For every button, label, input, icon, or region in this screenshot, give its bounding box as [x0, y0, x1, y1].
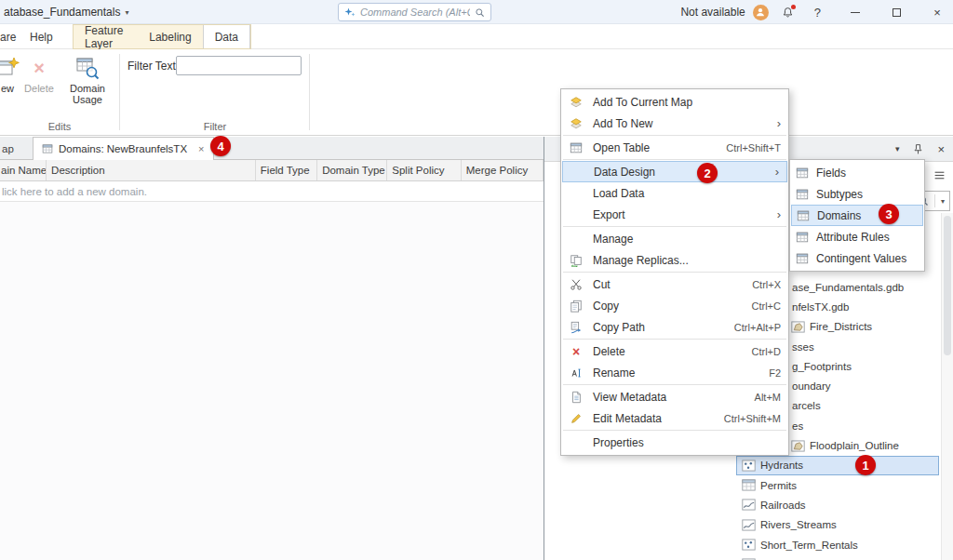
tab-domains-view[interactable]: Domains: NewBraunfelsTX ×	[33, 137, 214, 160]
tree-item-feature-class[interactable]: Railroads	[544, 495, 953, 514]
column-header-split-policy[interactable]: Split Policy	[387, 160, 461, 180]
menu-item-edit-metadata[interactable]: Edit Metadata Ctrl+Shift+M	[561, 407, 788, 429]
tree-item-table[interactable]: Permits	[544, 475, 953, 495]
domain-usage-button[interactable]: Domain Usage	[61, 53, 114, 118]
ribbon-tab-labeling[interactable]: Labeling	[138, 25, 202, 48]
menu-item-add-to-new[interactable]: Add To New ›	[561, 113, 788, 134]
menu-item-properties[interactable]: Properties	[561, 432, 788, 453]
menu-item-delete[interactable]: × Delete Ctrl+D	[561, 340, 788, 362]
submenu-item-contingent-values[interactable]: Contingent Values	[790, 247, 924, 269]
tree-item-feature-class[interactable]: Rivers_Streams	[544, 515, 953, 535]
submenu-item-subtypes[interactable]: Subtypes	[790, 183, 924, 205]
ribbon-tab-data[interactable]: Data	[203, 25, 250, 48]
data-design-submenu: Fields Subtypes Domains Attribute Rules …	[789, 159, 925, 272]
annotation-step-4: 4	[210, 136, 231, 156]
arcgis-pro-window: atabase_Fundamentals ▾ Command Search (A…	[0, 0, 953, 560]
minimize-button[interactable]	[849, 6, 862, 19]
column-header-description[interactable]: Description	[47, 160, 256, 180]
titlebar: atabase_Fundamentals ▾ Command Search (A…	[0, 0, 953, 24]
menu-item-load-data[interactable]: Load Data	[561, 182, 788, 204]
copy-icon	[567, 300, 585, 313]
column-header-merge-policy[interactable]: Merge Policy	[462, 160, 544, 180]
add-new-domain-row[interactable]: lick here to add a new domain.	[0, 181, 544, 202]
menu-separator	[563, 384, 786, 385]
menu-separator	[563, 159, 786, 160]
pane-menu-chevron-icon[interactable]: ▾	[895, 144, 900, 153]
rename-icon	[567, 367, 585, 380]
domains-table-icon	[42, 143, 53, 154]
menu-item-copy-path[interactable]: Copy Path Ctrl+Alt+P	[561, 316, 788, 338]
polygon-feature-class-icon	[791, 440, 805, 452]
column-header-field-type[interactable]: Field Type	[256, 160, 317, 180]
add-to-map-icon	[567, 117, 585, 130]
command-search-input[interactable]: Command Search (Alt+Q)	[338, 3, 491, 21]
maximize-button[interactable]	[890, 6, 903, 19]
ribbon-group-edits: Edits	[0, 121, 119, 132]
menu-item-open-table[interactable]: Open Table Ctrl+Shift+T	[561, 137, 788, 158]
signin-status[interactable]: Not available	[680, 6, 745, 19]
menu-item-manage-replicas[interactable]: Manage Replicas...	[561, 249, 788, 271]
submenu-item-domains[interactable]: Domains	[791, 205, 923, 226]
notifications-button[interactable]	[782, 7, 794, 19]
menu-item-cut[interactable]: Cut Ctrl+X	[561, 273, 788, 295]
ribbon-body: ew × Delete Domain Usage Filter Text: Ed…	[0, 49, 953, 136]
search-icon	[475, 7, 485, 18]
ribbon-group-filter: Filter	[121, 121, 309, 132]
command-search-placeholder: Command Search (Alt+Q)	[360, 7, 470, 18]
menu-item-manage[interactable]: Manage	[561, 228, 788, 249]
tab-map[interactable]: ap	[2, 137, 14, 160]
domains-table-view: ain Name Description Field Type Domain T…	[0, 160, 544, 560]
domain-usage-label: Domain Usage	[61, 83, 114, 105]
ribbon-tab-feature-layer[interactable]: Feature Layer	[74, 25, 138, 48]
menu-separator	[563, 135, 786, 136]
line-feature-class-icon	[742, 499, 756, 511]
submenu-arrow-icon: ›	[777, 209, 781, 220]
tree-item-feature-class[interactable]: Short_Term_Rentals	[544, 535, 953, 554]
column-header-domain-name[interactable]: ain Name	[0, 160, 47, 180]
menu-item-export[interactable]: Export ›	[561, 204, 788, 225]
menu-separator	[563, 339, 786, 340]
copy-path-icon	[567, 321, 585, 334]
tree-item-feature-class[interactable]	[544, 554, 953, 560]
menu-separator	[563, 430, 786, 431]
scrollbar-thumb[interactable]	[944, 216, 951, 355]
help-button[interactable]: ?	[814, 6, 821, 20]
ribbon-tab-share[interactable]: are	[0, 24, 16, 49]
column-header-domain-type[interactable]: Domain Type	[317, 160, 387, 180]
vertical-scrollbar[interactable]	[941, 213, 953, 560]
tree-item-hydrants-selected[interactable]: Hydrants	[544, 456, 953, 475]
chevron-down-icon: ▾	[125, 8, 128, 17]
annotation-step-3: 3	[879, 204, 899, 224]
menu-separator	[563, 226, 786, 227]
catalog-options-menu-icon[interactable]	[933, 169, 946, 181]
domain-usage-icon	[75, 53, 100, 83]
notification-dot	[791, 5, 796, 9]
tab-domains-label: Domains: NewBraunfelsTX	[59, 143, 187, 154]
menu-item-rename[interactable]: Rename F2	[561, 362, 788, 383]
search-scope-chevron-icon[interactable]: ▾	[941, 197, 945, 206]
pane-close-icon[interactable]: ×	[937, 142, 945, 156]
delete-button-ribbon[interactable]: × Delete	[19, 53, 60, 118]
tab-close-icon[interactable]: ×	[198, 143, 204, 154]
filter-text-label: Filter Text:	[128, 60, 179, 73]
fields-table-icon	[796, 167, 809, 180]
ribbon-tab-help[interactable]: Help	[24, 24, 59, 49]
submenu-arrow-icon: ›	[777, 118, 781, 129]
avatar[interactable]	[753, 5, 769, 20]
menu-item-add-to-current-map[interactable]: Add To Current Map	[561, 91, 788, 113]
close-button[interactable]: ×	[931, 6, 944, 19]
menu-item-data-design[interactable]: Data Design ›	[562, 161, 787, 182]
project-menu[interactable]: atabase_Fundamentals ▾	[4, 0, 128, 24]
delete-icon: ×	[567, 345, 585, 358]
submenu-item-fields[interactable]: Fields	[790, 162, 924, 183]
submenu-arrow-icon: ›	[775, 167, 779, 178]
menu-item-copy[interactable]: Copy Ctrl+C	[561, 295, 788, 316]
pane-pin-icon[interactable]	[912, 143, 924, 155]
new-domain-icon	[0, 53, 20, 83]
project-name: atabase_Fundamentals	[4, 6, 120, 19]
maximize-icon	[893, 8, 901, 17]
menu-separator	[563, 272, 786, 273]
menu-item-view-metadata[interactable]: View Metadata Alt+M	[561, 386, 788, 407]
filter-text-input[interactable]	[176, 56, 302, 75]
submenu-item-attribute-rules[interactable]: Attribute Rules	[790, 226, 924, 247]
